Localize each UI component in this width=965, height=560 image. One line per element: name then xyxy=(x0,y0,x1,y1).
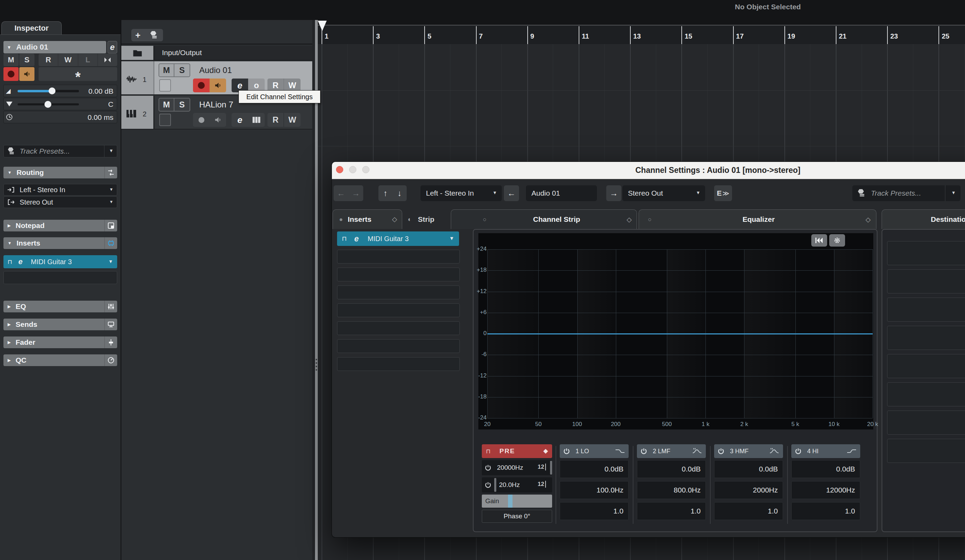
ruler-bar-number[interactable]: 9 xyxy=(530,33,534,40)
insert-edit-icon[interactable]: e xyxy=(354,234,359,243)
destination-empty-slot[interactable] xyxy=(887,354,965,378)
preset-diamond-icon[interactable]: ◇ xyxy=(626,216,632,224)
track2-write-button[interactable]: W xyxy=(284,113,301,127)
section-eq[interactable]: ▶ EQ xyxy=(3,300,117,312)
pre-highcut-field[interactable]: 20000Hz 12 xyxy=(482,460,552,475)
track2-instrument-button[interactable] xyxy=(248,113,265,127)
window-titlebar[interactable]: Channel Settings : Audio 01 [mono->stere… xyxy=(332,162,965,179)
ruler-bar-number[interactable]: 5 xyxy=(427,33,431,40)
tab-strip[interactable]: ◐ Strip xyxy=(405,209,449,229)
destination-empty-slot[interactable] xyxy=(887,241,965,265)
output-routing-field[interactable]: Stereo Out ▼ xyxy=(3,196,117,208)
low-shelf-curve-icon[interactable] xyxy=(615,448,625,454)
pre-highcut-slope[interactable]: 12 xyxy=(538,464,546,470)
track-preset-button[interactable] xyxy=(144,29,163,41)
ruler-bar-number[interactable]: 7 xyxy=(479,33,483,40)
ruler-bar-number[interactable]: 21 xyxy=(839,33,846,40)
ruler-bar-number[interactable]: 13 xyxy=(633,33,641,40)
ruler-bar-number[interactable]: 15 xyxy=(684,33,692,40)
inspector-tab[interactable]: Inspector xyxy=(2,21,62,35)
destination-empty-slot[interactable] xyxy=(887,269,965,294)
insert-edit-icon[interactable]: e xyxy=(18,257,22,266)
power-icon[interactable] xyxy=(640,448,647,455)
ruler-bar-number[interactable]: 25 xyxy=(942,33,949,40)
track1-record-button[interactable] xyxy=(193,78,209,92)
band1-freq-field[interactable]: 100.0Hz xyxy=(560,481,629,499)
power-icon[interactable] xyxy=(795,448,801,455)
preset-diamond-icon[interactable]: ◇ xyxy=(392,215,397,223)
window-track-presets-field[interactable]: Track Presets... ▼ xyxy=(852,185,960,201)
pre-gain-slider[interactable]: Gain xyxy=(482,495,552,508)
band2-header[interactable]: 2 LMF xyxy=(637,444,706,458)
rack-empty-insert-slot[interactable] xyxy=(337,339,460,353)
section-notepad[interactable]: ▶ Notepad xyxy=(3,220,117,232)
write-button[interactable]: W xyxy=(58,54,78,66)
eq-settings-button[interactable] xyxy=(829,234,845,247)
preset-diamond-icon[interactable]: ◆ xyxy=(543,447,548,455)
goto-input-button[interactable]: ← xyxy=(504,185,519,201)
power-icon[interactable] xyxy=(718,448,725,455)
section-sends[interactable]: ▶ Sends xyxy=(3,318,117,330)
rack-empty-insert-slot[interactable] xyxy=(337,250,460,263)
rack-empty-insert-slot[interactable] xyxy=(337,268,460,281)
band1-header[interactable]: 1 LO xyxy=(560,444,629,458)
power-icon[interactable] xyxy=(563,448,570,455)
pre-gain-handle[interactable] xyxy=(508,495,512,508)
track2-monitor-button[interactable] xyxy=(209,113,226,127)
track1-name[interactable]: Audio 01 xyxy=(199,65,232,75)
record-enable-button[interactable] xyxy=(3,67,19,81)
channel-edit-mini-button[interactable] xyxy=(98,54,117,66)
input-routing-field[interactable]: Left - Stereo In ▼ xyxy=(3,184,117,196)
previous-channel-button[interactable]: ↑ xyxy=(378,185,393,201)
band2-q-field[interactable]: 1.0 xyxy=(637,502,706,520)
edit-channel-button[interactable]: e xyxy=(108,41,117,53)
pre-phase-button[interactable]: Phase 0° xyxy=(482,510,552,523)
band3-header[interactable]: 3 HMF xyxy=(714,444,783,458)
power-icon[interactable] xyxy=(484,482,491,488)
band3-q-field[interactable]: 1.0 xyxy=(714,502,783,520)
auto-fades-button[interactable]: * xyxy=(39,67,117,81)
output-chain-button[interactable]: E ≫ xyxy=(714,185,732,201)
track1-timebase-toggle[interactable] xyxy=(159,79,171,91)
pre-header[interactable]: ⊓ PRE ◆ xyxy=(482,444,552,458)
ruler-bar-number[interactable]: 17 xyxy=(736,33,744,40)
section-fader[interactable]: ▶ Fader xyxy=(3,336,117,348)
monitor-button[interactable] xyxy=(19,67,34,81)
eq-reset-button[interactable] xyxy=(811,234,827,247)
ruler-bar-number[interactable]: 11 xyxy=(582,33,589,40)
io-folder-row[interactable]: Input/Output xyxy=(121,46,316,60)
volume-value[interactable]: 0.00 dB xyxy=(88,87,113,95)
read-button[interactable]: R xyxy=(39,54,58,66)
destination-empty-slot[interactable] xyxy=(887,297,965,322)
timeline-ruler[interactable]: 135791113151719212325 xyxy=(318,25,965,44)
pre-lowcut-slope[interactable]: 12 xyxy=(538,481,546,488)
input-routing-select[interactable]: Left - Stereo In ▼ xyxy=(420,185,502,201)
pre-lowcut-field[interactable]: 20.0Hz 12 xyxy=(482,477,552,493)
band2-freq-field[interactable]: 800.0Hz xyxy=(637,481,706,499)
section-qc[interactable]: ▶ QC xyxy=(3,354,117,366)
destination-empty-slot[interactable] xyxy=(887,326,965,350)
ruler-bar-number[interactable]: 3 xyxy=(376,33,380,40)
peak-curve-icon[interactable] xyxy=(769,447,780,454)
destination-empty-slot[interactable] xyxy=(887,439,965,463)
channel-name-field[interactable]: Audio 01 xyxy=(526,185,597,201)
band4-q-field[interactable]: 1.0 xyxy=(791,502,860,520)
band3-gain-field[interactable]: 0.0dB xyxy=(714,460,783,478)
band1-gain-field[interactable]: 0.0dB xyxy=(560,460,629,478)
mute-button[interactable]: M xyxy=(3,54,19,66)
destination-empty-slot[interactable] xyxy=(887,382,965,407)
pan-slider[interactable] xyxy=(18,103,79,105)
high-shelf-curve-icon[interactable] xyxy=(846,448,857,454)
section-routing[interactable]: ▼ Routing xyxy=(3,167,117,178)
eq-graph[interactable]: +24+18+12+60-6-12-18-2420501002005001 k2… xyxy=(478,233,873,429)
track1-monitor-button[interactable] xyxy=(209,78,226,92)
inspector-empty-insert-slot[interactable] xyxy=(3,271,117,284)
track2-solo-button[interactable]: S xyxy=(174,98,190,112)
pre-highcut-scroll-tab[interactable] xyxy=(550,461,552,475)
destination-empty-slot[interactable] xyxy=(887,411,965,434)
nav-forward-button[interactable]: → xyxy=(348,185,363,201)
preset-diamond-icon[interactable]: ◇ xyxy=(865,216,870,224)
band4-gain-field[interactable]: 0.0dB xyxy=(791,460,860,478)
track2-edit-button[interactable]: e xyxy=(232,113,248,127)
band1-q-field[interactable]: 1.0 xyxy=(560,502,629,520)
